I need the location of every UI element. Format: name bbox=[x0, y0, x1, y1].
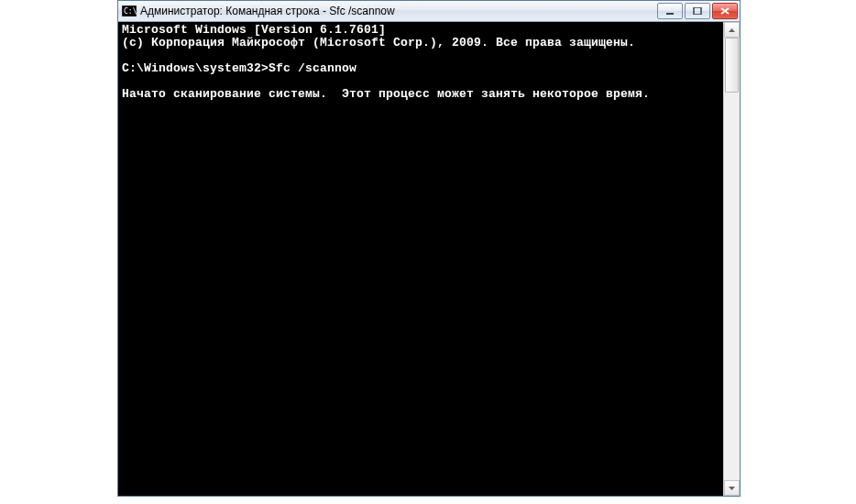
scroll-thumb[interactable] bbox=[725, 38, 739, 93]
maximize-button[interactable] bbox=[685, 3, 710, 19]
copyright-line: (c) Корпорация Майкрософт (Microsoft Cor… bbox=[122, 36, 635, 49]
status-line: Начато сканирование системы. Этот процес… bbox=[122, 87, 650, 101]
close-button[interactable] bbox=[712, 3, 738, 19]
window-controls bbox=[657, 3, 738, 19]
vertical-scrollbar[interactable] bbox=[723, 22, 740, 496]
window-title: Администратор: Командная строка - Sfc /s… bbox=[140, 5, 653, 17]
minimize-button[interactable] bbox=[657, 3, 683, 19]
console-body: Microsoft Windows [Version 6.1.7601] (c)… bbox=[118, 22, 740, 496]
command-prompt-window: C:\ Администратор: Командная строка - Sf… bbox=[117, 0, 741, 497]
cmd-icon: C:\ bbox=[122, 5, 137, 17]
entered-command: Sfc /scannow bbox=[269, 61, 357, 75]
svg-rect-3 bbox=[694, 7, 701, 15]
svg-rect-2 bbox=[666, 13, 674, 15]
svg-marker-7 bbox=[729, 487, 735, 490]
scroll-track[interactable] bbox=[724, 38, 740, 480]
prompt-path: C:\Windows\system32> bbox=[122, 61, 269, 75]
svg-marker-6 bbox=[729, 28, 735, 32]
scroll-up-button[interactable] bbox=[724, 22, 740, 38]
version-line: Microsoft Windows [Version 6.1.7601] bbox=[122, 23, 386, 37]
console-output[interactable]: Microsoft Windows [Version 6.1.7601] (c)… bbox=[118, 22, 723, 496]
scroll-down-button[interactable] bbox=[724, 480, 740, 496]
svg-text:C:\: C:\ bbox=[124, 7, 137, 16]
titlebar[interactable]: C:\ Администратор: Командная строка - Sf… bbox=[118, 1, 740, 22]
